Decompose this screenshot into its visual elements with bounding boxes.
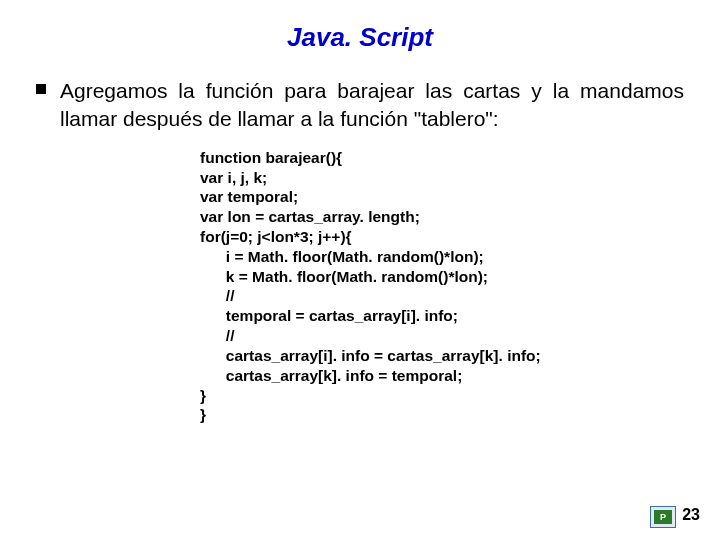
code-line: for(j=0; j<lon*3; j++){ (200, 228, 352, 245)
code-line: var lon = cartas_array. length; (200, 208, 420, 225)
footer-logo-icon: P (650, 506, 676, 528)
slide-title: Java. Script (0, 0, 720, 61)
code-line: var temporal; (200, 188, 298, 205)
code-line: cartas_array[k]. info = temporal; (200, 367, 462, 384)
page-number: 23 (682, 506, 700, 524)
square-bullet-icon (36, 84, 46, 94)
code-line: // (200, 287, 234, 304)
code-line: cartas_array[i]. info = cartas_array[k].… (200, 347, 541, 364)
code-block: function barajear(){ var i, j, k; var te… (200, 148, 720, 426)
code-line: k = Math. floor(Math. random()*lon); (200, 268, 488, 285)
code-line: temporal = cartas_array[i]. info; (200, 307, 458, 324)
slide: Java. Script Agregamos la función para b… (0, 0, 720, 540)
footer-logo-text: P (654, 510, 672, 524)
code-line: } (200, 406, 206, 423)
code-line: i = Math. floor(Math. random()*lon); (200, 248, 484, 265)
bullet-text: Agregamos la función para barajear las c… (60, 77, 684, 134)
bullet-row: Agregamos la función para barajear las c… (0, 61, 720, 134)
code-line: } (200, 387, 206, 404)
code-line: var i, j, k; (200, 169, 267, 186)
code-line: function barajear(){ (200, 149, 342, 166)
code-line: // (200, 327, 234, 344)
